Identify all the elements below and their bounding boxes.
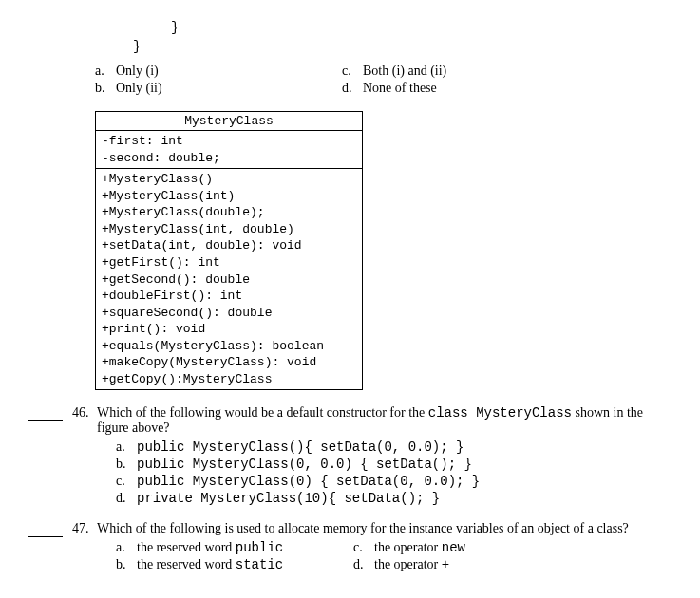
option-text: Only (ii) (116, 81, 162, 96)
question-number: 47. (72, 521, 97, 574)
code-line: } (171, 19, 672, 38)
opt-pre: the operator (374, 540, 442, 554)
opt-code: new (442, 540, 465, 555)
option-text: the operator new (374, 540, 465, 555)
uml-method-line: +getSecond(): double (102, 271, 356, 289)
opt-pre: the reserved word (137, 557, 236, 571)
option-d: d. private MysteryClass(10){ setData(); … (116, 491, 672, 506)
option-code: public MysteryClass(){ setData(0, 0.0); … (137, 439, 464, 455)
option-letter: a. (116, 540, 137, 555)
option-letter: b. (95, 81, 116, 96)
option-c: c. public MysteryClass(0) { setData(0, 0… (116, 474, 672, 489)
uml-title: MysteryClass (96, 112, 362, 131)
option-text: None of these (363, 81, 437, 96)
option-a: a. public MysteryClass(){ setData(0, 0.0… (116, 439, 672, 455)
option-a: a. the reserved word public (116, 540, 353, 555)
option-text: Only (i) (116, 64, 159, 79)
option-d: d. the operator + (353, 557, 465, 572)
uml-class-diagram: MysteryClass -first: int -second: double… (95, 111, 363, 390)
option-letter: a. (116, 439, 137, 455)
option-letter: c. (353, 540, 374, 555)
option-text: the operator + (374, 557, 449, 572)
uml-attr-line: -first: int (102, 133, 356, 150)
uml-method-line: +makeCopy(MysteryClass): void (102, 354, 356, 371)
option-text: Both (i) and (ii) (363, 64, 446, 79)
opt-code: + (442, 557, 449, 572)
question-text: Which of the following would be a defaul… (97, 405, 672, 436)
option-letter: a. (95, 64, 116, 79)
option-letter: c. (342, 64, 363, 79)
code-fragment: } } (114, 19, 672, 56)
uml-attributes: -first: int -second: double; (96, 131, 362, 169)
question-46: 46. Which of the following would be a de… (28, 405, 672, 508)
answer-blank[interactable] (28, 409, 63, 421)
option-d: d. None of these (342, 81, 446, 96)
option-b: b. Only (ii) (95, 81, 342, 96)
top-options: a. Only (i) b. Only (ii) c. Both (i) and… (95, 64, 672, 98)
option-c: c. Both (i) and (ii) (342, 64, 446, 79)
option-code: public MysteryClass(0) { setData(0, 0.0)… (137, 474, 480, 489)
option-b: b. public MysteryClass(0, 0.0) { setData… (116, 457, 672, 472)
uml-method-line: +MysteryClass(double); (102, 204, 356, 221)
uml-method-line: +getFirst(): int (102, 254, 356, 271)
uml-method-line: +print(): void (102, 321, 356, 338)
uml-method-line: +setData(int, double): void (102, 237, 356, 254)
opt-pre: the operator (374, 557, 442, 571)
option-code: public MysteryClass(0, 0.0) { setData();… (137, 457, 472, 472)
option-letter: c. (116, 474, 137, 489)
uml-method-line: +equals(MysteryClass): boolean (102, 338, 356, 355)
question-47: 47. Which of the following is used to al… (28, 521, 672, 574)
question-number: 46. (72, 405, 97, 508)
q-text-code: class MysteryClass (428, 405, 572, 420)
question-text: Which of the following is used to alloca… (97, 521, 672, 536)
option-text: the reserved word static (137, 557, 283, 572)
uml-method-line: +MysteryClass(int, double) (102, 221, 356, 238)
uml-method-line: +MysteryClass(int) (102, 188, 356, 205)
answer-blank[interactable] (28, 525, 63, 537)
code-line: } (133, 38, 672, 57)
option-code: private MysteryClass(10){ setData(); } (137, 491, 440, 506)
opt-code: public (236, 540, 283, 555)
option-letter: d. (116, 491, 137, 506)
uml-methods: +MysteryClass() +MysteryClass(int) +Myst… (96, 169, 362, 389)
uml-method-line: +doubleFirst(): int (102, 288, 356, 305)
option-letter: d. (353, 557, 374, 572)
uml-method-line: +MysteryClass() (102, 171, 356, 188)
option-a: a. Only (i) (95, 64, 342, 79)
uml-attr-line: -second: double; (102, 150, 356, 167)
option-b: b. the reserved word static (116, 557, 353, 572)
opt-pre: the reserved word (137, 540, 236, 554)
option-letter: d. (342, 81, 363, 96)
q-text-pre: Which of the following would be a defaul… (97, 405, 428, 420)
option-text: the reserved word public (137, 540, 283, 555)
option-c: c. the operator new (353, 540, 465, 555)
uml-method-line: +squareSecond(): double (102, 305, 356, 322)
uml-method-line: +getCopy():MysteryClass (102, 371, 356, 388)
option-letter: b. (116, 457, 137, 472)
option-letter: b. (116, 557, 137, 572)
opt-code: static (236, 557, 283, 572)
